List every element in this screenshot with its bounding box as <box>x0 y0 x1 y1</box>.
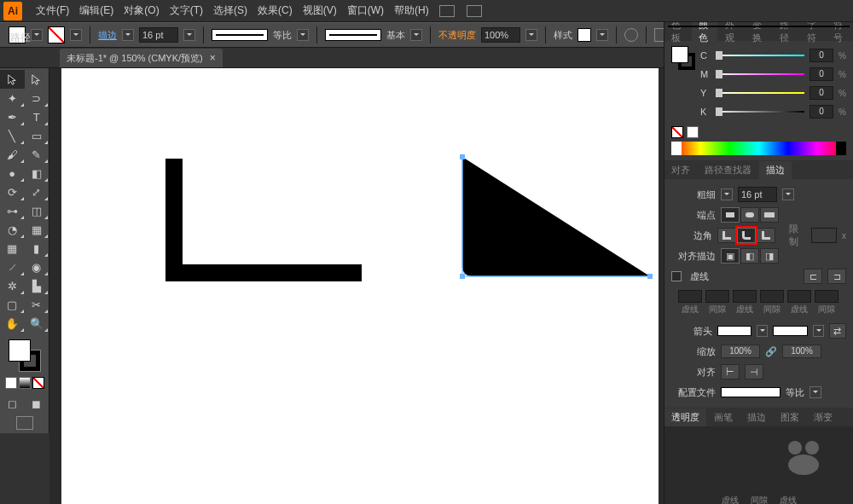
dash-align-1[interactable]: ⊏ <box>804 269 822 284</box>
style-dd[interactable] <box>596 29 608 41</box>
dash-1[interactable] <box>678 290 702 303</box>
profile-b-label: 基本 <box>386 29 405 42</box>
panel-fill-stroke[interactable] <box>671 46 695 70</box>
profile-preview-2[interactable] <box>325 29 381 41</box>
arrow-end-dd[interactable] <box>813 325 824 337</box>
cap-round-button[interactable] <box>740 207 759 223</box>
opacity-label[interactable]: 不透明度 <box>438 29 476 42</box>
white-swatch-icon[interactable] <box>687 126 699 138</box>
swap-arrows-icon[interactable]: ⇄ <box>829 323 846 339</box>
layout-icon-2[interactable] <box>467 5 482 17</box>
stroke-label[interactable]: 描边 <box>98 29 117 42</box>
align-outside-button[interactable]: ◨ <box>760 248 779 264</box>
c-label: C <box>700 50 711 61</box>
dashed-checkbox[interactable] <box>671 271 682 281</box>
weight-input[interactable] <box>738 187 777 202</box>
document-tab[interactable]: 未标题-1* @ 150% (CMYK/预览) × <box>60 49 223 67</box>
dash-pattern: 虚线 间隙 虚线 间隙 虚线 间隙 <box>671 290 846 316</box>
limit-input[interactable] <box>811 228 837 243</box>
menu-file[interactable]: 文件(F) <box>31 3 74 18</box>
tab-pathfinder[interactable]: 路径查找器 <box>698 161 758 179</box>
m-value[interactable]: 0 <box>809 67 833 81</box>
limit-label: 限制 <box>789 223 806 248</box>
profile-preview[interactable] <box>721 387 780 397</box>
scale-start[interactable]: 100% <box>721 345 760 358</box>
weight-dd-2[interactable] <box>782 188 794 200</box>
opacity-input[interactable] <box>481 27 520 43</box>
dash-align-2[interactable]: ⊐ <box>827 269 846 284</box>
recolor-icon[interactable] <box>624 28 638 42</box>
stroke-swatch[interactable] <box>48 26 65 43</box>
weight-stepper-2[interactable] <box>721 188 733 200</box>
menu-select[interactable]: 选择(S) <box>208 3 252 18</box>
cap-label: 端点 <box>671 209 716 222</box>
tab-pattern[interactable]: 图案 <box>774 408 806 426</box>
profile-b-dd[interactable] <box>410 29 422 41</box>
k-value[interactable]: 0 <box>809 105 833 119</box>
tab-transparency[interactable]: 透明度 <box>664 408 706 426</box>
shape-miter-l[interactable] <box>165 159 183 281</box>
c-value[interactable]: 0 <box>809 49 833 62</box>
style-swatch[interactable] <box>577 28 591 42</box>
menu-help[interactable]: 帮助(H) <box>389 3 434 18</box>
y-value[interactable]: 0 <box>809 86 833 100</box>
align-center-button[interactable]: ▣ <box>721 248 740 264</box>
menu-edit[interactable]: 编辑(E) <box>74 3 119 18</box>
cap-butt-button[interactable] <box>721 207 740 223</box>
menu-bar: Ai 文件(F) 编辑(E) 对象(O) 文字(T) 选择(S) 效果(C) 视… <box>0 0 853 22</box>
align-inside-button[interactable]: ◧ <box>740 248 759 264</box>
layout-icon-1[interactable] <box>439 5 455 17</box>
corner-miter-button[interactable] <box>717 228 736 243</box>
shape-miter-l[interactable] <box>165 264 362 281</box>
gap-1[interactable] <box>705 290 729 303</box>
dash-2[interactable] <box>733 290 757 303</box>
m-slider[interactable] <box>716 70 804 78</box>
profile-preview-1[interactable] <box>212 29 268 41</box>
artboard[interactable] <box>61 68 659 504</box>
weight-stepper[interactable] <box>122 29 134 41</box>
arrow-end[interactable] <box>773 326 808 336</box>
svg-point-7 <box>788 455 819 475</box>
menu-window[interactable]: 窗口(W) <box>342 3 389 18</box>
arrow-start[interactable] <box>717 326 752 336</box>
y-slider[interactable] <box>716 89 804 97</box>
opacity-dd[interactable] <box>525 29 537 41</box>
cap-projecting-button[interactable] <box>760 207 779 223</box>
menu-view[interactable]: 视图(V) <box>298 3 342 18</box>
bottom-panel-tabs: 透明度 画笔 描边 图案 渐变 <box>664 408 853 426</box>
profile-label: 配置文件 <box>671 386 716 399</box>
arrow-align-2[interactable]: ⊣ <box>745 364 763 379</box>
menu-type[interactable]: 文字(T) <box>165 3 208 18</box>
spectrum-picker[interactable] <box>671 142 846 155</box>
tab-align[interactable]: 对齐 <box>664 161 697 179</box>
k-slider[interactable] <box>716 107 804 116</box>
profile-a-label: 等比 <box>273 29 292 42</box>
menu-object[interactable]: 对象(O) <box>119 3 164 18</box>
shape-round-l[interactable] <box>454 148 676 293</box>
menu-effect[interactable]: 效果(C) <box>252 3 298 18</box>
scale-end[interactable]: 100% <box>782 345 821 358</box>
profile-dd[interactable] <box>809 386 821 398</box>
arrow-start-dd[interactable] <box>757 325 768 337</box>
corner-round-button[interactable] <box>737 228 756 243</box>
tab-gradient[interactable]: 渐变 <box>807 408 839 426</box>
gap-3[interactable] <box>815 290 838 303</box>
c-slider[interactable] <box>716 51 804 60</box>
svg-rect-4 <box>647 274 653 279</box>
tab-brushes[interactable]: 画笔 <box>707 408 740 426</box>
tab-stroke2[interactable]: 描边 <box>740 408 773 426</box>
dash-3[interactable] <box>787 290 811 303</box>
weight-dropdown[interactable] <box>183 29 195 41</box>
profile-a-dd[interactable] <box>297 29 309 41</box>
none-swatch-icon[interactable] <box>671 126 683 138</box>
corner-bevel-button[interactable] <box>757 228 775 243</box>
svg-point-5 <box>788 441 802 455</box>
stroke-dropdown[interactable] <box>70 29 82 41</box>
transparency-panel: 虚线 间隙 虚线 <box>664 426 853 504</box>
tab-stroke[interactable]: 描边 <box>759 161 792 179</box>
fill-dropdown[interactable] <box>31 29 43 41</box>
tab-close-icon[interactable]: × <box>210 52 216 64</box>
gap-2[interactable] <box>760 290 784 303</box>
stroke-weight-input[interactable] <box>139 27 178 43</box>
arrow-align-1[interactable]: ⊢ <box>721 364 740 379</box>
